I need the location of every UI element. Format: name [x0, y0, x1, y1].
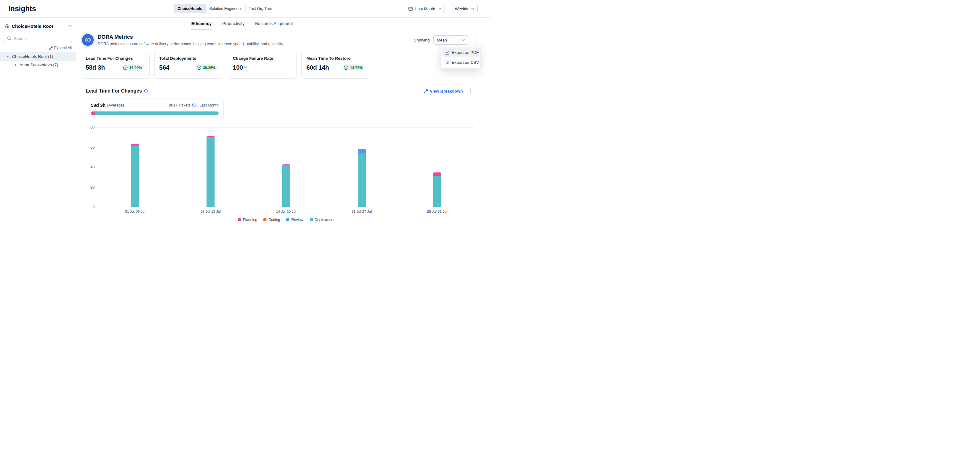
x-tick: 07 Jul-13 Jul — [173, 209, 248, 213]
expand-all-button[interactable]: Expand All — [4, 46, 72, 50]
chevron-down-icon[interactable] — [7, 55, 10, 58]
org-switcher: ChoiceHotels Solution Engineers Test Org… — [174, 4, 276, 13]
dora-section-title: DORA Metrics — [98, 34, 284, 40]
bar-segment-deployment — [358, 153, 366, 207]
export-csv-label: Export as CSV — [452, 60, 479, 65]
trend-badge: 39.26% — [195, 64, 218, 71]
tab-efficiency[interactable]: Efficiency — [191, 21, 212, 29]
dora-section-subtitle: DORA metrics measure software delivery p… — [98, 42, 284, 46]
metric-value: 58d 3h — [86, 64, 105, 71]
legend-item-coding[interactable]: Coding — [263, 217, 280, 222]
y-tick: 80 — [91, 125, 95, 129]
calendar-icon — [408, 6, 413, 11]
tree-item-anna-scozzafava[interactable]: Anna Scozzafava (7) — [0, 61, 76, 69]
progress-segment-deployment — [95, 112, 219, 115]
lead-time-summary-card: 58d 3h (Average) 8017 Tickets | Last Mon… — [86, 98, 224, 119]
bar-segment-deployment — [207, 137, 215, 207]
stacked-bar[interactable] — [433, 173, 441, 207]
lead-time-section: Lead Time For Changes View Breakdown ⋮ — [81, 83, 480, 232]
export-csv-menu-item[interactable]: Export as CSV — [442, 57, 479, 67]
tree-item-label: ChoiceHotels Root (1) — [12, 54, 53, 59]
chevron-right-icon[interactable] — [14, 64, 18, 67]
x-tick: 14 Jul-20 Jul — [248, 209, 324, 213]
aggregation-select[interactable]: Mean — [433, 35, 468, 45]
stacked-bar[interactable] — [358, 149, 366, 207]
y-tick: 20 — [91, 185, 95, 190]
legend-swatch — [238, 218, 241, 221]
legend-swatch — [286, 218, 290, 221]
bar-segment-deployment — [282, 165, 290, 207]
legend-item-review[interactable]: Review — [286, 217, 303, 222]
bar-segment-deployment — [433, 176, 441, 207]
period-select[interactable]: Last Month — [405, 4, 445, 13]
phase-progress-bar — [91, 112, 219, 115]
expand-all-label: Expand All — [54, 46, 72, 50]
org-tab-solution-engineers[interactable]: Solution Engineers — [205, 4, 245, 13]
metric-card-change-failure-rate[interactable]: Change Failure Rate 100 % — [228, 52, 297, 78]
granularity-select-value: Weekly — [455, 6, 468, 11]
table-icon — [445, 60, 449, 65]
delta-value: 39.26% — [203, 66, 215, 70]
org-tab-test-org-tree[interactable]: Test Org Tree — [245, 4, 276, 13]
legend-swatch — [263, 218, 266, 221]
org-hierarchy-icon — [4, 24, 9, 29]
metric-title: Lead Time For Changes — [86, 56, 145, 61]
page-body: ChoiceHotels Root Expand All ChoiceHotel… — [0, 18, 490, 232]
bar-segment-review — [358, 149, 366, 153]
stacked-bar[interactable] — [282, 165, 290, 207]
search-input[interactable] — [4, 34, 72, 43]
stacked-bar[interactable] — [131, 144, 139, 207]
view-breakdown-button[interactable]: View Breakdown — [424, 89, 463, 94]
main-content: Efficiency Productivity Business Alignme… — [76, 18, 490, 232]
sidebar-search — [4, 34, 72, 43]
lead-time-kebab-menu-icon[interactable]: ⋮ — [466, 88, 475, 94]
stacked-bar[interactable] — [207, 136, 215, 207]
chevron-down-icon — [438, 8, 441, 10]
org-tab-choicehotels[interactable]: ChoiceHotels — [174, 4, 205, 13]
tab-productivity[interactable]: Productivity — [222, 21, 245, 29]
dora-kebab-menu-icon[interactable]: ⋮ — [472, 37, 480, 43]
x-tick: 28 Jul-31 Jul — [399, 209, 475, 213]
aggregation-select-value: Mean — [437, 38, 447, 42]
org-tree-sidebar: ChoiceHotels Root Expand All ChoiceHotel… — [0, 18, 76, 232]
metric-card-total-deployments[interactable]: Total Deployments 564 39.26% — [154, 52, 223, 78]
legend-item-planning[interactable]: Planning — [238, 217, 257, 222]
metric-value: 564 — [159, 64, 169, 71]
dora-controls: Showing Mean ⋮ — [414, 35, 480, 45]
legend-label: Deployment — [315, 217, 334, 222]
x-tick: 01 Jul-06 Jul — [97, 209, 173, 213]
legend-swatch — [310, 218, 313, 221]
export-dropdown-menu: Export as PDF Export as CSV — [441, 46, 481, 69]
granularity-select[interactable]: Weekly — [452, 4, 477, 13]
tab-business-alignment[interactable]: Business Alignment — [255, 21, 293, 29]
expand-corners-icon — [424, 89, 428, 93]
metric-card-lead-time[interactable]: Lead Time For Changes 58d 3h 16.99% — [81, 52, 150, 78]
progress-segment-planning — [91, 112, 95, 115]
info-icon[interactable] — [144, 89, 148, 93]
average-value: 58d 3h — [91, 102, 106, 108]
chevron-down-icon — [461, 39, 465, 41]
view-breakdown-label: View Breakdown — [430, 89, 463, 94]
legend-item-deployment[interactable]: Deployment — [310, 217, 334, 222]
chart-y-axis: 80 60 40 20 0 — [86, 127, 95, 207]
trend-down-icon — [344, 66, 348, 70]
info-icon[interactable] — [192, 104, 196, 107]
trend-up-icon — [197, 66, 201, 70]
bar-segment-planning — [433, 173, 441, 176]
lead-time-title: Lead Time For Changes — [86, 88, 142, 94]
export-pdf-menu-item[interactable]: Export as PDF — [442, 47, 479, 57]
expand-icon — [49, 46, 52, 50]
lead-time-bar-chart: 80 60 40 20 0 — [86, 127, 475, 207]
legend-label: Planning — [243, 217, 257, 222]
chart-x-axis: 01 Jul-06 Jul 07 Jul-13 Jul 14 Jul-20 Ju… — [97, 209, 475, 213]
legend-label: Coding — [268, 217, 280, 222]
metric-card-mean-time-to-restore[interactable]: Mean Time To Restore 60d 14h 14.78% — [301, 52, 371, 78]
legend-label: Review — [291, 217, 303, 222]
insights-tab-bar: Efficiency Productivity Business Alignme… — [42, 18, 442, 29]
metric-title: Mean Time To Restore — [306, 56, 366, 61]
summary-period: | Last Month — [197, 103, 219, 107]
trend-down-icon — [123, 66, 128, 70]
tree-item-choicehotels-root[interactable]: ChoiceHotels Root (1) — [0, 52, 76, 61]
tickets-count: 8017 Tickets — [169, 103, 191, 107]
trend-badge: 14.78% — [342, 64, 366, 71]
